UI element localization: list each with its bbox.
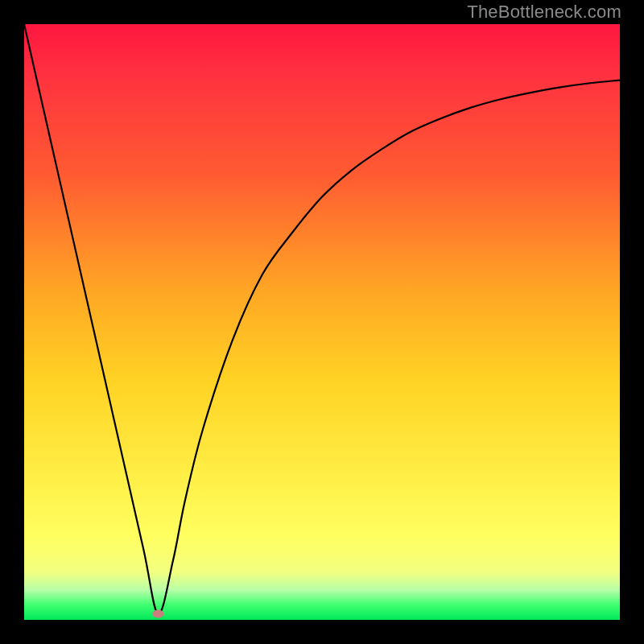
chart-frame: TheBottleneck.com [0, 0, 644, 644]
chart-svg [24, 24, 620, 620]
watermark-text: TheBottleneck.com [467, 2, 621, 23]
minimum-marker [153, 610, 164, 618]
plot-area [24, 24, 620, 620]
bottleneck-curve [24, 24, 620, 614]
